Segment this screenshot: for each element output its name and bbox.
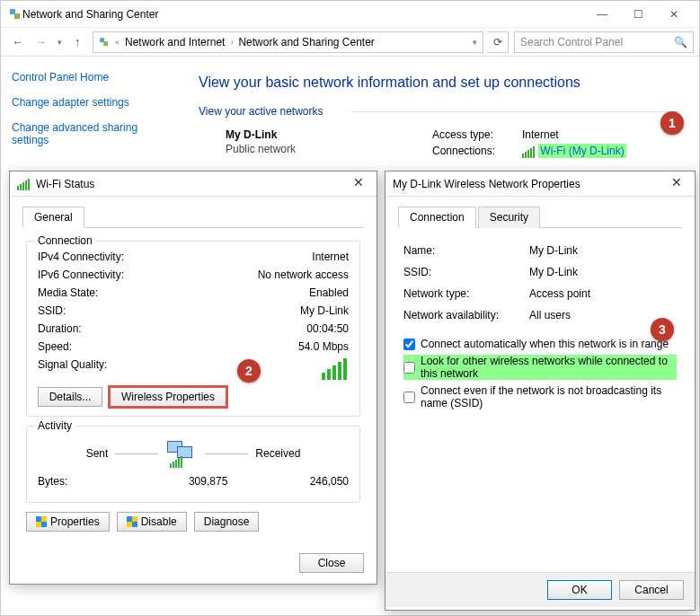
step-marker-1: 1	[660, 111, 684, 135]
shield-icon	[127, 516, 137, 527]
tab-connection[interactable]: Connection	[398, 207, 476, 228]
sidebar-advanced[interactable]: Change advanced sharing settings	[12, 121, 170, 146]
history-drop[interactable]: ▾	[53, 38, 66, 47]
bytes-label: Bytes:	[38, 475, 120, 488]
sidebar-home[interactable]: Control Panel Home	[12, 71, 170, 84]
signal-label: Signal Quality:	[38, 358, 322, 380]
tab-security[interactable]: Security	[478, 207, 540, 228]
auto-connect-checkbox[interactable]: Connect automatically when this network …	[403, 338, 677, 350]
up-button[interactable]: ↑	[66, 31, 89, 54]
chevron-icon: «	[111, 38, 123, 47]
avail-value: All users	[529, 309, 571, 321]
minimize-button[interactable]: —	[584, 2, 620, 27]
computers-icon	[165, 441, 198, 466]
ssid-label: SSID:	[403, 266, 529, 278]
close-icon[interactable]: ✕	[348, 175, 369, 193]
name-label: Name:	[403, 244, 529, 257]
active-networks-label: View your active networks	[199, 105, 681, 118]
step-marker-2: 2	[237, 359, 261, 383]
ssid-value: My D-Link	[300, 304, 349, 317]
speed-value: 54.0 Mbps	[298, 340, 349, 353]
ipv6-label: IPv6 Connectivity:	[38, 268, 258, 281]
window-title: Network and Sharing Center	[22, 8, 584, 21]
wireless-properties-button[interactable]: Wireless Properties	[110, 387, 226, 407]
access-type-value: Internet	[522, 128, 559, 141]
addr-icon	[99, 36, 111, 48]
ssid-label: SSID:	[38, 304, 300, 317]
signal-bars-icon	[322, 358, 349, 380]
maximize-button[interactable]: ☐	[620, 2, 656, 27]
network-details: Access type: Internet Connections: Wi-Fi…	[432, 128, 626, 162]
connect-hidden-checkbox[interactable]: Connect even if the network is not broad…	[403, 384, 677, 409]
close-button[interactable]: ✕	[656, 2, 692, 27]
diagnose-button[interactable]: Diagnose	[194, 512, 260, 532]
nettype-value: Access point	[529, 287, 590, 300]
ssid-value: My D-Link	[529, 266, 578, 278]
received-label: Received	[255, 447, 300, 460]
network-name: My D-Link	[226, 128, 432, 141]
search-icon: 🔍	[674, 36, 687, 48]
step-marker-3: 3	[651, 318, 674, 341]
network-identity: My D-Link Public network	[199, 128, 432, 162]
bytes-sent: 309,875	[120, 475, 227, 488]
avail-label: Network availability:	[403, 309, 529, 321]
tabs: Connection Security	[398, 206, 682, 228]
group-label: Connection	[34, 234, 96, 247]
name-value: My D-Link	[529, 244, 578, 257]
breadcrumb-2[interactable]: Network and Sharing Center	[236, 35, 376, 49]
sent-label: Sent	[86, 447, 109, 460]
nettype-label: Network type:	[403, 287, 529, 300]
chevron-icon: ›	[226, 38, 236, 47]
activity-graphic: Sent Received	[38, 441, 349, 466]
back-button[interactable]: ←	[6, 31, 30, 54]
details-button[interactable]: Details...	[38, 387, 102, 407]
activity-group: Activity Sent Received Bytes: 309,875 24…	[26, 426, 360, 503]
network-type: Public network	[226, 143, 432, 155]
ipv6-value: No network access	[258, 268, 349, 281]
tab-general[interactable]: General	[22, 207, 84, 228]
forward-button: →	[30, 31, 53, 54]
duration-value: 00:04:50	[306, 322, 349, 335]
dialog-title: My D-Link Wireless Network Properties	[393, 178, 666, 190]
breadcrumb-1[interactable]: Network and Internet	[123, 35, 226, 49]
cancel-button[interactable]: Cancel	[619, 580, 684, 600]
dialog-titlebar: My D-Link Wireless Network Properties ✕	[385, 172, 695, 197]
group-label: Activity	[34, 419, 75, 432]
dialog-titlebar: Wi-Fi Status ✕	[10, 172, 377, 197]
connection-link[interactable]: Wi-Fi (My D-Link)	[538, 144, 625, 158]
sidebar-adapter[interactable]: Change adapter settings	[12, 96, 170, 109]
look-other-networks-checkbox[interactable]: Look for other wireless networks while c…	[403, 355, 677, 380]
refresh-button[interactable]: ⟳	[487, 31, 509, 53]
close-icon[interactable]: ✕	[666, 175, 687, 193]
close-button[interactable]: Close	[299, 553, 364, 573]
address-bar[interactable]: « Network and Internet › Network and Sha…	[93, 31, 483, 53]
speed-label: Speed:	[38, 340, 298, 353]
wifi-icon	[17, 178, 31, 190]
wireless-properties-dialog: My D-Link Wireless Network Properties ✕ …	[385, 171, 696, 611]
dialog-title: Wi-Fi Status	[36, 178, 348, 190]
ipv4-label: IPv4 Connectivity:	[38, 251, 312, 263]
titlebar: Network and Sharing Center — ☐ ✕	[1, 1, 699, 28]
media-label: Media State:	[38, 286, 309, 299]
connections-label: Connections:	[432, 145, 522, 158]
search-placeholder: Search Control Panel	[520, 36, 623, 48]
disable-button[interactable]: Disable	[117, 512, 187, 532]
navbar: ← → ▾ ↑ « Network and Internet › Network…	[1, 28, 699, 57]
ipv4-value: Internet	[312, 251, 349, 263]
bytes-received: 246,050	[310, 475, 349, 488]
control-panel-icon	[8, 7, 22, 22]
access-type-label: Access type:	[432, 128, 522, 141]
duration-label: Duration:	[38, 322, 306, 335]
network-grid: My D-Link Public network Access type: In…	[199, 128, 681, 162]
connection-group: Connection IPv4 Connectivity:Internet IP…	[26, 241, 360, 417]
wifi-signal-icon	[522, 145, 536, 158]
addr-drop-icon[interactable]: ▾	[467, 38, 479, 47]
shield-icon	[36, 516, 47, 527]
wifi-status-dialog: Wi-Fi Status ✕ General Connection IPv4 C…	[9, 171, 377, 585]
media-value: Enabled	[309, 286, 349, 299]
properties-button[interactable]: Properties	[26, 512, 110, 532]
page-heading: View your basic network information and …	[199, 75, 681, 91]
tabs: General	[22, 206, 364, 228]
search-input[interactable]: Search Control Panel 🔍	[514, 31, 694, 53]
ok-button[interactable]: OK	[547, 580, 612, 600]
